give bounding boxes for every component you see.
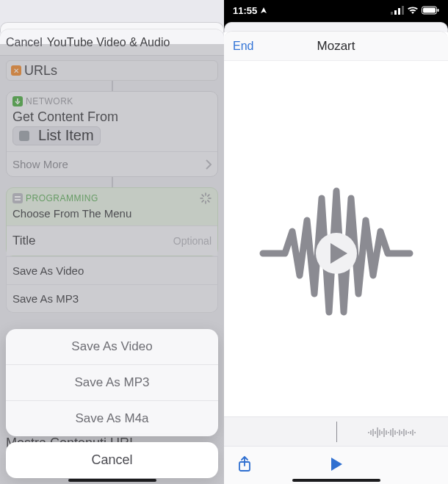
player-body	[224, 61, 448, 446]
action-save-mp3[interactable]: Save As MP3	[6, 364, 218, 400]
battery-icon	[422, 6, 439, 15]
scrub-playhead-icon	[336, 422, 337, 442]
share-button[interactable]	[237, 455, 252, 476]
track-title: Mozart	[317, 39, 355, 54]
waveform-art-icon	[259, 180, 413, 327]
end-button[interactable]: End	[233, 40, 253, 53]
svg-rect-19	[438, 9, 439, 12]
action-cancel[interactable]: Cancel	[6, 442, 218, 478]
home-indicator	[68, 479, 156, 482]
svg-rect-14	[394, 10, 397, 15]
svg-rect-18	[423, 8, 436, 13]
status-bar: 11:55	[224, 0, 448, 21]
svg-rect-13	[391, 12, 393, 15]
mini-waveform-icon	[367, 426, 426, 439]
svg-rect-16	[402, 6, 404, 15]
wifi-icon	[407, 6, 419, 15]
player-header: End Mozart	[224, 32, 448, 61]
scrub-strip[interactable]	[224, 416, 448, 446]
status-time: 11:55	[233, 5, 257, 16]
svg-rect-15	[398, 8, 400, 15]
play-button[interactable]	[330, 457, 343, 474]
location-icon	[260, 7, 267, 14]
action-save-m4a[interactable]: Save As M4a	[6, 400, 218, 436]
action-sheet: Save As Video Save As MP3 Save As M4a Ca…	[6, 329, 218, 478]
home-indicator	[292, 479, 380, 482]
cellular-icon	[391, 6, 404, 15]
action-save-video[interactable]: Save As Video	[6, 329, 218, 364]
